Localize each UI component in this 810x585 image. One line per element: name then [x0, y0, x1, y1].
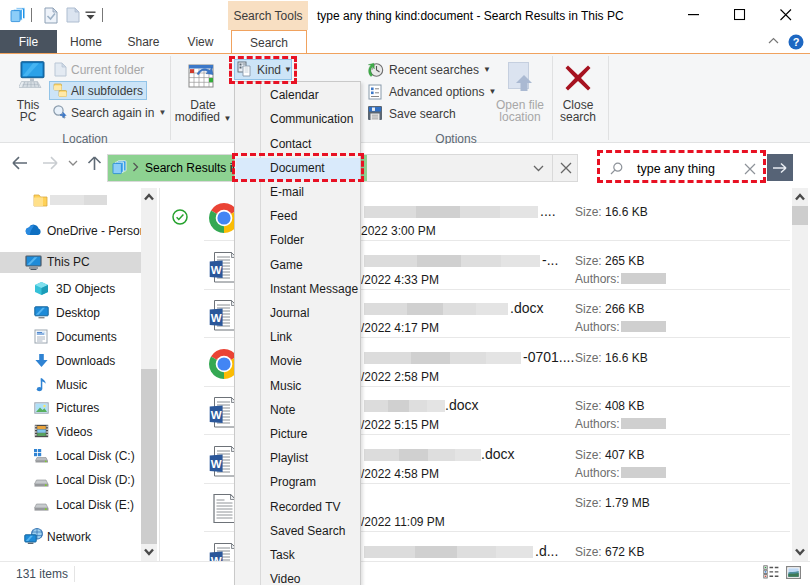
- svg-text:?: ?: [793, 36, 800, 48]
